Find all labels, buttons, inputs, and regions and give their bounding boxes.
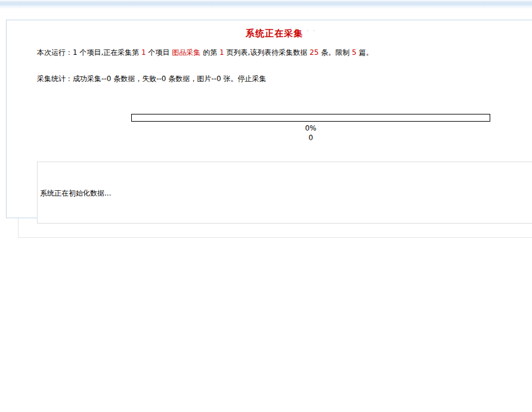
stats-text: 条数据，图片-- xyxy=(166,75,216,83)
run-info-text: 篇。 xyxy=(357,48,373,57)
run-info-text: 条。限制 xyxy=(318,48,352,57)
page-title: 系统正在采集 · · xyxy=(7,20,532,39)
run-info-text: 本次运行：1 个项目,正在采集第 xyxy=(37,48,141,57)
stats-line: 采集统计：成功采集--0 条数据，失败--0 条数据，图片--0 张。停止采集 xyxy=(37,74,532,92)
run-info-line: 本次运行：1 个项目,正在采集第 1 个项目 图品采集 的第 1 页列表,该列表… xyxy=(37,48,532,66)
init-message-text: 系统正在初始化数据... xyxy=(40,189,111,197)
progress-section: 0% 0 系统正在初始化数据... xyxy=(37,114,532,224)
stats-text: 采集统计：成功采集-- xyxy=(37,75,107,83)
run-info-text: 的第 xyxy=(200,48,219,57)
init-message-box: 系统正在初始化数据... xyxy=(37,162,532,224)
progress-count: 0 xyxy=(37,134,532,142)
browser-chrome-bar xyxy=(0,0,532,8)
limit-value: 5 xyxy=(352,48,357,57)
stop-collection-link[interactable]: 停止采集 xyxy=(237,75,266,83)
pic-count-value: 0 xyxy=(216,75,221,83)
project-index-value: 1 xyxy=(141,48,146,57)
pending-count-value: 25 xyxy=(310,48,318,57)
page-title-text: 系统正在采集 xyxy=(246,28,303,39)
loading-dots: · · xyxy=(307,27,316,34)
stats-text: 条数据，失败-- xyxy=(111,75,161,83)
collection-status-panel: 系统正在采集 · · 本次运行：1 个项目,正在采集第 1 个项目 图品采集 的… xyxy=(6,20,532,218)
run-info-text: 个项目 xyxy=(146,48,172,57)
project-name-value: 图品采集 xyxy=(172,48,200,57)
progress-bar xyxy=(131,114,490,122)
run-info-text: 页列表,该列表待采集数据 xyxy=(224,48,310,57)
page-number-value: 1 xyxy=(219,48,224,57)
progress-percent: 0% xyxy=(37,124,532,132)
stats-text: 张。 xyxy=(221,75,238,83)
